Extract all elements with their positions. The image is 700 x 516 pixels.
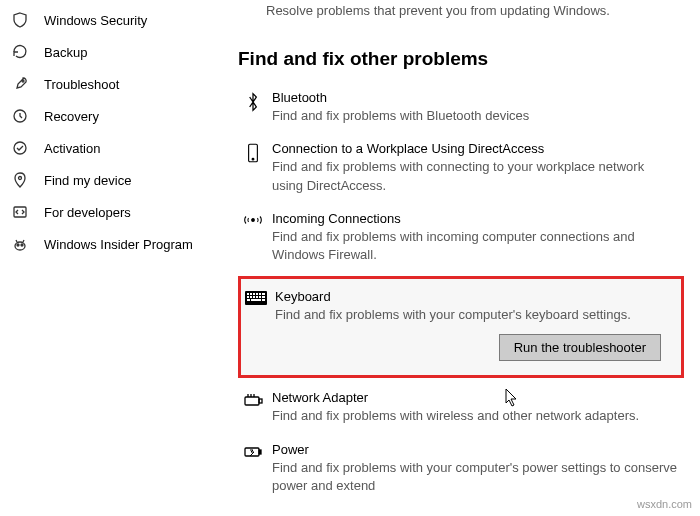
power-icon [242, 444, 264, 466]
svg-point-0 [22, 80, 24, 82]
phone-icon [242, 143, 264, 165]
troubleshooter-title: Incoming Connections [272, 211, 678, 226]
troubleshooter-title: Bluetooth [272, 90, 678, 105]
svg-rect-21 [256, 296, 258, 298]
sidebar: Windows Security Backup Troubleshoot Rec… [0, 0, 230, 516]
sidebar-item-backup[interactable]: Backup [0, 36, 230, 68]
svg-rect-16 [259, 293, 261, 295]
insider-icon [12, 236, 28, 252]
troubleshooter-desc: Find and fix problems with incoming comp… [272, 228, 678, 264]
svg-point-10 [252, 218, 255, 221]
sidebar-item-activation[interactable]: Activation [0, 132, 230, 164]
troubleshooter-title: Network Adapter [272, 390, 678, 405]
sidebar-item-label: Troubleshoot [44, 77, 119, 92]
svg-rect-27 [245, 397, 259, 405]
check-circle-icon [12, 140, 28, 156]
svg-rect-17 [262, 293, 265, 295]
svg-rect-13 [250, 293, 252, 295]
signal-icon [242, 213, 264, 235]
troubleshooter-desc: Find and fix problems with your computer… [275, 306, 673, 324]
sidebar-item-windows-insider[interactable]: Windows Insider Program [0, 228, 230, 260]
svg-point-9 [252, 159, 254, 161]
svg-point-7 [21, 244, 23, 246]
sidebar-item-label: Recovery [44, 109, 99, 124]
troubleshooter-directaccess[interactable]: Connection to a Workplace Using DirectAc… [238, 135, 684, 204]
svg-rect-28 [259, 399, 262, 403]
svg-rect-25 [251, 299, 261, 301]
sidebar-item-label: Activation [44, 141, 100, 156]
main-panel: Resolve problems that prevent you from u… [230, 0, 700, 516]
sidebar-item-label: Find my device [44, 173, 131, 188]
sidebar-item-for-developers[interactable]: For developers [0, 196, 230, 228]
troubleshooter-desc: Find and fix problems with Bluetooth dev… [272, 107, 678, 125]
troubleshooter-incoming[interactable]: Incoming Connections Find and fix proble… [238, 205, 684, 274]
troubleshooter-keyboard[interactable]: Keyboard Find and fix problems with your… [238, 276, 684, 378]
sidebar-item-label: For developers [44, 205, 131, 220]
troubleshooter-list: Bluetooth Find and fix problems with Blu… [238, 84, 684, 505]
troubleshooter-title: Connection to a Workplace Using DirectAc… [272, 141, 678, 156]
troubleshooter-title: Power [272, 442, 678, 457]
sidebar-item-troubleshoot[interactable]: Troubleshoot [0, 68, 230, 100]
recovery-icon [12, 108, 28, 124]
sidebar-item-find-my-device[interactable]: Find my device [0, 164, 230, 196]
svg-rect-18 [247, 296, 249, 298]
troubleshooter-title: Keyboard [275, 289, 673, 304]
troubleshooter-desc: Find and fix problems with your computer… [272, 459, 678, 495]
svg-point-2 [14, 142, 26, 154]
sidebar-item-windows-security[interactable]: Windows Security [0, 4, 230, 36]
sidebar-item-recovery[interactable]: Recovery [0, 100, 230, 132]
troubleshooter-desc: Find and fix problems with connecting to… [272, 158, 678, 194]
troubleshooter-power[interactable]: Power Find and fix problems with your co… [238, 436, 684, 505]
troubleshooter-network-adapter[interactable]: Network Adapter Find and fix problems wi… [238, 384, 684, 435]
svg-rect-19 [250, 296, 252, 298]
svg-rect-30 [259, 450, 261, 454]
troubleshooter-bluetooth[interactable]: Bluetooth Find and fix problems with Blu… [238, 84, 684, 135]
sidebar-item-label: Backup [44, 45, 87, 60]
sidebar-item-label: Windows Security [44, 13, 147, 28]
section-heading: Find and fix other problems [238, 48, 684, 70]
run-troubleshooter-button[interactable]: Run the troubleshooter [499, 334, 661, 361]
svg-rect-23 [262, 296, 265, 298]
bluetooth-icon [242, 92, 264, 114]
location-icon [12, 172, 28, 188]
network-adapter-icon [242, 392, 264, 414]
svg-point-6 [17, 244, 19, 246]
svg-point-3 [19, 177, 22, 180]
svg-rect-26 [262, 299, 265, 301]
backup-icon [12, 44, 28, 60]
svg-rect-24 [247, 299, 250, 301]
troubleshooter-desc: Find and fix problems with wireless and … [272, 407, 678, 425]
shield-icon [12, 12, 28, 28]
svg-rect-15 [256, 293, 258, 295]
svg-rect-12 [247, 293, 249, 295]
svg-point-5 [15, 242, 25, 250]
watermark: wsxdn.com [637, 498, 692, 510]
keyboard-icon [245, 291, 267, 313]
wrench-icon [12, 76, 28, 92]
sidebar-item-label: Windows Insider Program [44, 237, 193, 252]
code-icon [12, 204, 28, 220]
svg-rect-14 [253, 293, 255, 295]
svg-rect-20 [253, 296, 255, 298]
svg-rect-22 [259, 296, 261, 298]
windows-update-desc: Resolve problems that prevent you from u… [238, 0, 684, 30]
